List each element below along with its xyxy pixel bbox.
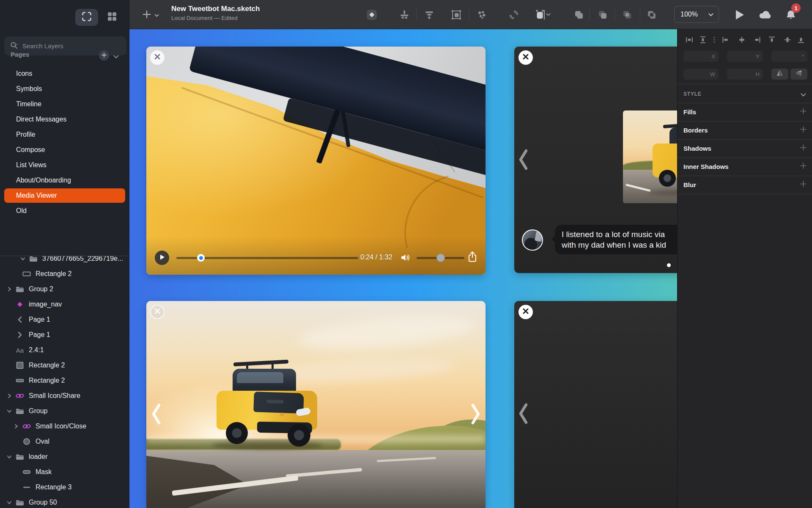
chevron-down-icon[interactable] (801, 91, 806, 99)
layer-row[interactable]: Page 1 (0, 327, 129, 342)
layers-view-toggle[interactable] (75, 9, 98, 26)
difference-icon[interactable] (645, 8, 658, 22)
distribute-layers-icon[interactable] (398, 8, 411, 22)
align-middle-vertical-icon[interactable] (784, 36, 791, 44)
rotate-icon[interactable] (507, 8, 521, 22)
pages-collapse-button[interactable] (113, 53, 119, 61)
expand-chevron-icon[interactable] (6, 393, 12, 399)
previous-image-chevron[interactable] (518, 149, 529, 172)
sidebar-page-list-views[interactable]: List Views (0, 157, 129, 173)
add-fills-button[interactable] (800, 108, 807, 116)
tidy-align-icon[interactable] (422, 8, 436, 22)
more-options-icon[interactable] (710, 36, 718, 44)
artboard-media-viewer-empty[interactable] (514, 301, 677, 508)
layer-name: Group (29, 407, 47, 415)
sidebar-page-timeline[interactable]: Timeline (0, 97, 129, 112)
expand-chevron-icon[interactable] (6, 408, 12, 414)
layer-row[interactable]: Page 1 (0, 312, 129, 327)
video-seek-thumb[interactable] (197, 254, 205, 262)
tweet-text-bubble[interactable]: I listened to a lot of music via with my… (555, 225, 677, 254)
share-button[interactable] (468, 251, 477, 264)
add-blur-button[interactable] (800, 181, 807, 189)
sidebar-page-direct-messages[interactable]: Direct Messages (0, 112, 129, 127)
mask-icon[interactable] (450, 8, 463, 22)
artboard-media-viewer-tweet[interactable]: I listened to a lot of music via with my… (514, 47, 677, 273)
sidebar-page-profile[interactable]: Profile (0, 127, 129, 142)
car-photo-thumbnail[interactable] (623, 110, 677, 203)
rotation-field[interactable]: ° (771, 51, 807, 62)
align-bottom-icon[interactable] (797, 36, 805, 44)
add-borders-button[interactable] (800, 126, 807, 134)
layer-row[interactable]: Oval (0, 434, 129, 449)
layer-row[interactable]: 37660776655_2296719e... (0, 256, 129, 266)
layer-row[interactable]: Group 2 (0, 282, 129, 297)
layer-row[interactable]: Small Icon/Close (0, 419, 129, 434)
align-right-icon[interactable] (753, 36, 761, 44)
add-inner-shadows-button[interactable] (800, 163, 807, 171)
expand-chevron-icon[interactable] (6, 500, 12, 505)
video-play-button[interactable] (155, 251, 169, 265)
height-field[interactable]: H (727, 69, 763, 80)
layer-row[interactable]: Group 50 (0, 495, 129, 508)
x-position-field[interactable]: X (683, 51, 719, 62)
layer-row[interactable]: Small Icon/Share (0, 388, 129, 403)
add-shadows-button[interactable] (800, 144, 807, 152)
zoom-level-select[interactable]: 100% (674, 6, 719, 23)
sidebar-page-symbols[interactable]: Symbols (0, 81, 129, 97)
align-left-icon[interactable] (722, 36, 730, 44)
layer-row[interactable]: Rectangle 2 (0, 358, 129, 373)
layer-row[interactable]: Rectangle 2 (0, 266, 129, 282)
next-image-chevron[interactable] (470, 403, 481, 427)
volume-slider-thumb[interactable] (436, 254, 445, 262)
expand-chevron-icon[interactable] (6, 454, 12, 460)
subtract-icon[interactable] (596, 8, 609, 22)
align-top-icon[interactable] (768, 36, 776, 44)
components-view-toggle[interactable] (101, 9, 123, 26)
layer-row[interactable]: Group (0, 403, 129, 419)
artboard-caret-icon[interactable] (545, 8, 551, 22)
expand-chevron-icon[interactable] (6, 286, 12, 292)
previous-image-chevron[interactable] (151, 403, 162, 427)
flip-horizontal-button[interactable] (771, 69, 788, 80)
union-icon[interactable] (572, 8, 586, 22)
sidebar-page-icons[interactable]: Icons (0, 66, 129, 81)
sidebar-page-media-viewer[interactable]: Media Viewer (4, 188, 125, 203)
artboard-media-viewer-video[interactable]: 0:24 / 1:32 (146, 47, 486, 275)
preview-play-button[interactable] (733, 8, 746, 22)
align-center-horizontal-icon[interactable] (738, 36, 746, 44)
layer-row[interactable]: Mask (0, 464, 129, 480)
close-button[interactable] (150, 50, 165, 65)
sidebar-page-compose[interactable]: Compose (0, 142, 129, 157)
sidebar-page-old[interactable]: Old (0, 203, 129, 218)
artboard-media-viewer-photo[interactable] (146, 301, 486, 508)
expand-chevron-icon[interactable] (13, 423, 19, 429)
volume-speaker-icon[interactable] (400, 253, 411, 264)
layer-row[interactable]: image_nav (0, 297, 129, 312)
sidebar-page-about-onboarding[interactable]: About/Onboarding (0, 173, 129, 188)
close-button[interactable] (150, 305, 165, 319)
smart-layout-icon[interactable] (475, 8, 488, 22)
user-avatar[interactable] (522, 229, 543, 251)
canvas[interactable]: 0:24 / 1:32 I listened to a lot of mu (129, 29, 677, 508)
width-field-label: W (710, 71, 715, 77)
insert-button[interactable] (142, 10, 159, 21)
distribute-vertical-icon[interactable] (699, 36, 707, 44)
close-button[interactable] (518, 305, 533, 319)
layer-row[interactable]: Aa2.4:1 (0, 342, 129, 358)
previous-image-chevron[interactable] (518, 403, 529, 426)
close-button[interactable] (518, 50, 533, 65)
width-field[interactable]: W (683, 69, 719, 80)
add-page-button[interactable] (99, 50, 109, 61)
intersect-icon[interactable] (620, 8, 634, 22)
layer-name: Page 1 (29, 316, 50, 323)
layer-row[interactable]: loader (0, 449, 129, 464)
insert-symbol-icon[interactable] (365, 8, 379, 22)
layer-row[interactable]: Rectangle 3 (0, 480, 129, 495)
cloud-share-button[interactable] (758, 8, 772, 22)
layer-row[interactable]: Rectangle 2 (0, 373, 129, 388)
style-section-fills: Fills (678, 103, 812, 121)
flip-vertical-button[interactable] (790, 69, 807, 80)
distribute-horizontal-icon[interactable] (686, 36, 693, 44)
expand-chevron-icon[interactable] (20, 256, 26, 262)
y-position-field[interactable]: Y (727, 51, 763, 62)
